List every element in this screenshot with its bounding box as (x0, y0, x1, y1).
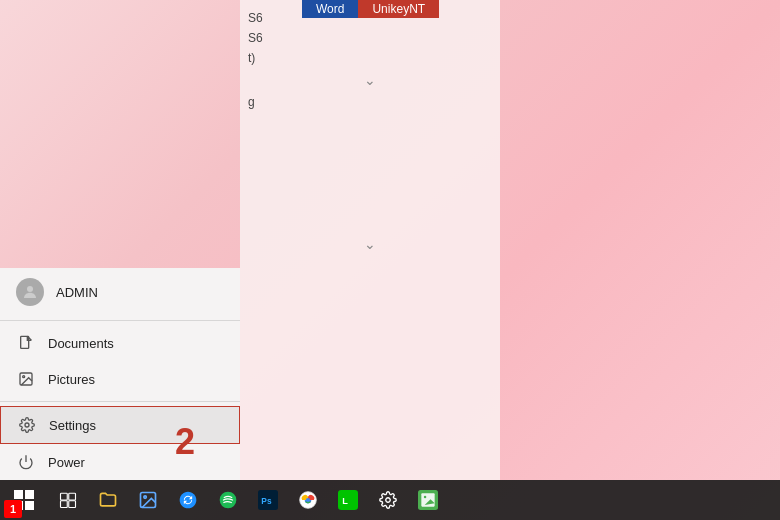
svg-point-4 (25, 423, 29, 427)
divider-1 (0, 320, 240, 321)
svg-point-0 (27, 286, 33, 292)
image-app-button[interactable] (408, 480, 448, 520)
svg-point-11 (144, 496, 147, 499)
divider-2 (0, 401, 240, 402)
taskbar: 1 (0, 480, 780, 520)
power-label: Power (48, 455, 85, 470)
chevron-2: ⌄ (240, 232, 500, 256)
start-button[interactable]: 1 (0, 480, 48, 520)
gear-icon (17, 415, 37, 435)
settings-tray-button[interactable] (368, 480, 408, 520)
svg-rect-22 (421, 493, 434, 506)
photoshop-button[interactable]: Ps (248, 480, 288, 520)
number-badge-2: 2 (175, 424, 211, 460)
svg-rect-6 (61, 493, 68, 500)
start-documents[interactable]: Documents (0, 325, 240, 361)
documents-label: Documents (48, 336, 114, 351)
top-tabs: Word UnikeyNT (302, 0, 439, 18)
svg-rect-7 (69, 493, 76, 500)
pictures-label: Pictures (48, 372, 95, 387)
line-2: S6 (240, 28, 500, 48)
user-label: ADMIN (56, 285, 98, 300)
desktop: Word UnikeyNT S6 S6 t) ⌄ g ⌄ ADMIN (0, 0, 780, 520)
svg-rect-18 (338, 490, 358, 510)
line-button[interactable]: L (328, 480, 368, 520)
chrome-button[interactable] (288, 480, 328, 520)
svg-text:L: L (342, 496, 348, 506)
chevron-1: ⌄ (240, 68, 500, 92)
document-icon (16, 333, 36, 353)
settings-label: Settings (49, 418, 96, 433)
avatar (16, 278, 44, 306)
start-pictures[interactable]: Pictures (0, 361, 240, 397)
svg-point-20 (386, 498, 391, 503)
svg-rect-9 (69, 501, 76, 508)
svg-point-12 (220, 492, 237, 509)
file-explorer-button[interactable] (88, 480, 128, 520)
photos-button[interactable] (128, 480, 168, 520)
pictures-icon (16, 369, 36, 389)
svg-rect-8 (61, 501, 68, 508)
line-4: g (240, 92, 500, 112)
right-panel: S6 S6 t) ⌄ g ⌄ (240, 0, 500, 480)
start-user-item[interactable]: ADMIN (0, 268, 240, 316)
word-tab[interactable]: Word (302, 0, 358, 18)
svg-text:Ps: Ps (261, 496, 272, 506)
badge-1: 1 (4, 500, 22, 518)
edge-button[interactable] (168, 480, 208, 520)
power-icon (16, 452, 36, 472)
svg-point-17 (306, 498, 310, 502)
unikeynt-tab[interactable]: UnikeyNT (358, 0, 439, 18)
line-3: t) (240, 48, 500, 68)
svg-point-3 (23, 376, 25, 378)
spotify-button[interactable] (208, 480, 248, 520)
svg-point-23 (424, 496, 427, 499)
task-view-button[interactable] (48, 480, 88, 520)
